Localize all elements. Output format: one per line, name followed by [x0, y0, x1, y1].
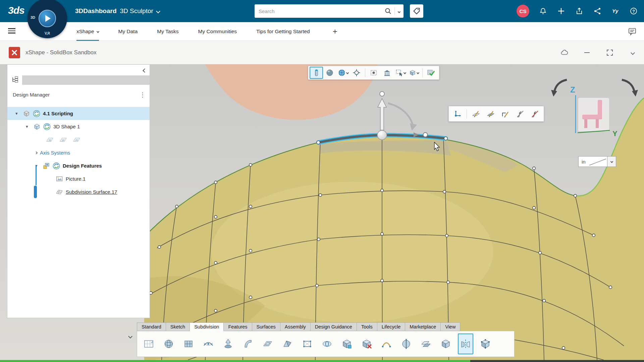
- compass-play-button[interactable]: [39, 10, 56, 27]
- selection-mode-button[interactable]: [394, 67, 407, 79]
- video-progress[interactable]: [0, 360, 644, 362]
- building-icon: [383, 69, 391, 77]
- add-tab-label: +: [333, 27, 337, 36]
- tool-delete-face[interactable]: [359, 334, 374, 354]
- tool-cage-edit[interactable]: [300, 334, 315, 354]
- avatar[interactable]: CS: [517, 5, 529, 17]
- tree-node-axis-systems[interactable]: Axis Systems: [7, 146, 150, 159]
- tree-structure-icon[interactable]: [11, 76, 19, 83]
- kebab-menu-icon[interactable]: ⋮: [140, 91, 146, 98]
- tool-extrude-face[interactable]: [220, 334, 236, 354]
- units-dropdown-button[interactable]: [607, 157, 616, 167]
- add-tab-button[interactable]: +: [333, 22, 337, 41]
- tool-fold-face[interactable]: [280, 334, 295, 354]
- tool-combine-cube[interactable]: [438, 334, 453, 354]
- ribbon-tab-assembly[interactable]: Assembly: [280, 322, 311, 331]
- ribbon-tab-marketplace[interactable]: Marketplace: [405, 322, 441, 331]
- ribbon-tab-lifecycle[interactable]: Lifecycle: [377, 322, 405, 331]
- center-view-button[interactable]: [350, 67, 363, 79]
- ribbon-tab-tools[interactable]: Tools: [357, 322, 377, 331]
- network-share-icon[interactable]: [593, 7, 602, 15]
- tree-node-subdivision-surface[interactable]: Subdivision Surface.17: [7, 185, 150, 198]
- tree-node-shape[interactable]: ▾ 3D Shape 1: [7, 120, 150, 133]
- expander-icon[interactable]: ▾: [26, 124, 31, 129]
- edit-surface-button[interactable]: [469, 107, 483, 120]
- tool-revolve-face[interactable]: [240, 334, 256, 354]
- plane-xy-icon[interactable]: xy: [45, 137, 54, 143]
- notifications-icon[interactable]: [539, 7, 547, 15]
- fullscreen-icon[interactable]: [606, 49, 614, 57]
- tool-show-vertices[interactable]: [478, 334, 493, 354]
- ribbon-tab-features[interactable]: Features: [224, 322, 252, 331]
- cloud-icon[interactable]: [560, 49, 568, 57]
- tree-node-scripting[interactable]: ▾ 4.1 Scripting: [7, 107, 150, 120]
- ribbon-tab-standard[interactable]: Standard: [137, 322, 166, 331]
- snap-tool-button[interactable]: [310, 67, 323, 79]
- orient-axes-button[interactable]: [450, 107, 465, 120]
- update-button[interactable]: [380, 67, 394, 79]
- ribbon-tab-subdivision[interactable]: Subdivision: [190, 322, 224, 331]
- hamburger-menu-icon[interactable]: [8, 28, 15, 35]
- chevron-down-icon[interactable]: [156, 9, 160, 13]
- minimize-icon[interactable]: [583, 49, 591, 57]
- ribbon-tab-design-guidance[interactable]: Design Guidance: [311, 322, 357, 331]
- 3dexperience-compass[interactable]: 3D V,R: [28, 0, 67, 38]
- search-box[interactable]: [255, 4, 404, 18]
- sphere-icon: [163, 338, 174, 350]
- tool-split-sphere[interactable]: [398, 334, 414, 354]
- shaded-view-button[interactable]: [323, 67, 336, 79]
- search-icon[interactable]: [384, 7, 392, 15]
- plane-zx-icon[interactable]: zx: [72, 137, 81, 143]
- add-icon[interactable]: [557, 7, 566, 15]
- view-cube-icon: [409, 69, 416, 76]
- ribbon-tab-sketch[interactable]: Sketch: [166, 322, 190, 331]
- function-off-button[interactable]: ƒ: [513, 107, 528, 120]
- nav-tab-tips[interactable]: Tips for Getting Started: [256, 22, 310, 41]
- search-scope-dropdown[interactable]: [395, 8, 404, 14]
- help-icon[interactable]: ?: [629, 7, 638, 15]
- tool-box-grid[interactable]: [181, 334, 196, 354]
- function-remove-button[interactable]: ƒ: [528, 107, 542, 120]
- plane-yz-icon[interactable]: yz: [59, 137, 67, 143]
- tool-insert-loop[interactable]: [319, 334, 335, 354]
- messages-icon[interactable]: [628, 27, 637, 37]
- 3ds-logo[interactable]: 3ds: [8, 5, 24, 16]
- tool-sphere-primitive[interactable]: [161, 334, 176, 354]
- function-remove-icon: ƒ: [531, 110, 539, 118]
- validate-button[interactable]: [424, 67, 438, 79]
- tag-button[interactable]: [410, 4, 423, 18]
- nav-tab-my-tasks[interactable]: My Tasks: [157, 22, 178, 41]
- tool-bridge-curve[interactable]: [379, 334, 394, 354]
- nav-tab-label: xShape: [76, 28, 94, 35]
- ribbon-tab-view[interactable]: View: [441, 322, 460, 331]
- chevron-right-icon[interactable]: [35, 151, 38, 154]
- ruler-slash-icon: [588, 157, 608, 167]
- tool-thicken-sheets[interactable]: [418, 334, 434, 354]
- render-style-button[interactable]: [336, 67, 350, 79]
- expander-icon[interactable]: ▾: [15, 111, 20, 116]
- ribbon-tab-surfaces[interactable]: Surfaces: [252, 322, 280, 331]
- search-input[interactable]: [255, 8, 384, 14]
- tool-subtract-cube[interactable]: [339, 334, 355, 354]
- offset-surface-button[interactable]: [498, 107, 513, 120]
- apps-compass-icon[interactable]: Yy: [611, 7, 620, 15]
- nav-tab-xshape[interactable]: xShape: [76, 22, 99, 41]
- svg-text:?: ?: [632, 9, 635, 14]
- share-icon[interactable]: [575, 7, 584, 15]
- tool-frame-face[interactable]: [260, 334, 275, 354]
- tool-symmetry[interactable]: [458, 334, 473, 354]
- collapse-window-icon[interactable]: [629, 49, 637, 57]
- tool-trace-picture[interactable]: [141, 334, 157, 354]
- surface-icon: [56, 188, 63, 196]
- tree-node-picture[interactable]: Picture.1: [7, 172, 150, 185]
- nav-tab-my-communities[interactable]: My Communities: [198, 22, 237, 41]
- ribbon-collapse-button[interactable]: [129, 333, 132, 339]
- tool-quadball[interactable]: [201, 334, 216, 354]
- project-surface-button[interactable]: [483, 107, 498, 120]
- view-orientation-button[interactable]: [407, 67, 421, 79]
- capture-button[interactable]: [367, 67, 380, 79]
- panel-collapse-button[interactable]: [143, 67, 146, 73]
- units-dropdown[interactable]: in: [578, 156, 616, 167]
- tree-node-design-features[interactable]: ▾ Design Features: [7, 159, 150, 172]
- nav-tab-my-data[interactable]: My Data: [118, 22, 138, 41]
